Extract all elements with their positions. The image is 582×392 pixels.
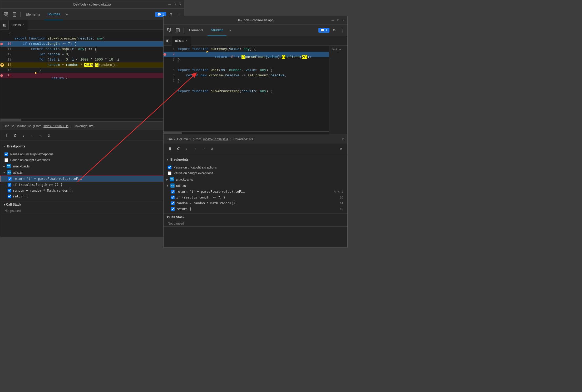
bp-item-2-2[interactable]: if (results.length >= 7) { 10 (164, 195, 347, 200)
devtools-window-1: DevTools - coffee-cart.app/ — □ ✕ Elemen… (0, 0, 184, 237)
more-tabs-2[interactable]: » (228, 28, 233, 32)
file-tabs-bar-2: ◧ utils.ts ✕ (164, 36, 347, 46)
call-stack-header-1[interactable]: ▼ Call Stack (0, 201, 184, 208)
file-tab-close-1[interactable]: ✕ (22, 23, 24, 26)
source-file-link-1[interactable]: index-73f73a80.js (43, 124, 68, 128)
deactivate-bp-btn-2[interactable]: ⊘ (208, 145, 216, 152)
utils-ts-icon-1: TS (7, 170, 11, 175)
more-tabs-1[interactable]: » (64, 12, 69, 16)
inspect-icon[interactable] (2, 11, 10, 18)
console-badge-2[interactable]: 💬 1 (318, 28, 329, 33)
code-line-16: 16 ▶ return { (0, 73, 184, 78)
bp-code-1-2: return '$' + parseFloat(value).toFi… (176, 190, 332, 193)
breakpoints-chevron-1: ▼ (3, 145, 6, 148)
bp-item-3-2[interactable]: random = random * Math.random(); 14 (164, 200, 347, 206)
breakpoints-section-2: ▼ Breakpoints Pause on uncaught exceptio… (164, 156, 347, 214)
device-icon-2[interactable] (174, 27, 181, 34)
file-tab-utils-1[interactable]: utils.ts ✕ (9, 20, 28, 30)
bp-group-snackbar-1[interactable]: ▶ TS snackbar.ts (0, 163, 184, 169)
sidebar-toggle-2[interactable]: ◧ (164, 36, 172, 46)
maximize-btn-1[interactable]: □ (173, 3, 177, 6)
file-tab-close-2[interactable]: ✕ (186, 39, 188, 42)
pause-caught-cb-1[interactable] (4, 158, 8, 162)
bp-ind-10 (0, 43, 4, 45)
h-scrollbar-2[interactable] (164, 131, 329, 135)
code-editor-container-2: 1 export function currency(value: any) {… (164, 46, 347, 135)
bp-delete-1-2[interactable]: ✕ (338, 190, 340, 193)
maximize-btn-2[interactable]: □ (336, 18, 340, 22)
minimize-btn-2[interactable]: — (331, 18, 335, 22)
pause-caught-cb-2[interactable] (168, 171, 171, 175)
minimize-btn-1[interactable]: — (168, 3, 171, 6)
bp-cb-2-1[interactable] (8, 183, 11, 187)
more-menu-btn-2[interactable]: ⋮ (339, 27, 345, 34)
step-out-btn-2[interactable]: ↑ (191, 145, 199, 152)
bp-group-utils-1[interactable]: ▼ TS utils.ts (0, 169, 184, 176)
code-line-2-2: 2 ▶ return '$' + ⬡parseFloat(value).⬡toF… (164, 52, 329, 57)
more-debug-btn-2[interactable]: » (337, 145, 345, 152)
breakpoints-header-1[interactable]: ▼ Breakpoints (0, 143, 184, 150)
svg-line-12 (167, 31, 171, 32)
snackbar-chevron-2: ▶ (166, 178, 168, 181)
status-extra-btn-2[interactable]: □ (342, 137, 344, 141)
bp-item-4-2[interactable]: return { 16 (164, 206, 347, 212)
sidebar-toggle-1[interactable]: ◧ (0, 20, 9, 30)
bp-code-4-1: return { (13, 195, 175, 198)
bp-cb-3-2[interactable] (171, 201, 175, 205)
pause-caught-label-2: Pause on caught exceptions (174, 171, 213, 175)
source-file-link-2[interactable]: index-73f73a80.js (203, 137, 228, 141)
bp-cb-3-1[interactable] (8, 189, 11, 192)
bp-cb-1-2[interactable] (171, 190, 175, 193)
bp-item-2-1[interactable]: if (results.length >= 7) { 10 (0, 182, 184, 188)
pause-uncaught-row-1: Pause on uncaught exceptions (0, 151, 184, 157)
deactivate-bp-btn-1[interactable]: ⊘ (45, 132, 52, 139)
h-scrollbar-thumb-1[interactable] (0, 119, 21, 121)
bp-item-3-1[interactable]: random = random * Math.random(); 14 (0, 188, 184, 193)
tab-sources-2[interactable]: Sources (208, 24, 226, 36)
settings-btn-2[interactable]: ⚙ (331, 27, 338, 34)
code-line-2-9: 9 export function slowProcessing(results… (164, 89, 329, 94)
bp-edit-1-2[interactable]: ✎ (334, 190, 336, 193)
step-into-btn-1[interactable]: ↓ (20, 132, 27, 139)
pause-resume-btn-2[interactable]: ⏸ (166, 145, 174, 152)
bp-cb-2-2[interactable] (171, 196, 175, 199)
step-btn-1[interactable]: → (37, 132, 44, 139)
step-btn-2[interactable]: → (200, 145, 207, 152)
h-scrollbar-1[interactable] (0, 118, 184, 121)
not-paused-right-2: Not pa… (332, 48, 344, 51)
code-editor-1: 8 export function slowProcessing(results… (0, 30, 184, 121)
close-btn-1[interactable]: ✕ (178, 3, 182, 6)
code-editor-split-2: 1 export function currency(value: any) {… (164, 46, 347, 135)
devtools-window-2: DevTools - coffee-cart.app/ — □ ✕ Elemen… (163, 16, 348, 247)
svg-rect-8 (167, 28, 169, 30)
code-line-9: export function slowProcessing(results: … (0, 36, 184, 41)
bp-item-1-1[interactable]: return '$' + parseFloat(value).toFi… ✎ ✕… (0, 176, 184, 182)
call-stack-header-2[interactable]: ▼ Call Stack (164, 214, 347, 221)
close-btn-2[interactable]: ✕ (342, 18, 345, 22)
file-tab-utils-2[interactable]: utils.ts ✕ (172, 36, 191, 46)
step-over-btn-2[interactable] (175, 145, 182, 152)
bp-item-1-2[interactable]: return '$' + parseFloat(value).toFi… ✎ ✕… (164, 189, 347, 195)
bp-group-utils-2[interactable]: ▼ TS utils.ts (164, 182, 347, 189)
step-into-btn-2[interactable]: ↓ (183, 145, 190, 152)
pause-resume-btn-1[interactable]: ⏸ (3, 132, 10, 139)
cursor-position-2: Line 2, Column 3 (167, 137, 191, 141)
tab-sources-1[interactable]: Sources (44, 9, 63, 20)
tab-elements-1[interactable]: Elements (23, 9, 43, 20)
bp-count-1-2: 2 (342, 190, 343, 193)
bp-cb-4-2[interactable] (171, 207, 175, 211)
breakpoints-header-2[interactable]: ▼ Breakpoints (164, 156, 347, 163)
device-icon[interactable] (11, 11, 18, 18)
bp-group-snackbar-2[interactable]: ▶ TS snackbar.ts (164, 176, 347, 182)
step-over-btn-1[interactable] (11, 132, 19, 139)
bp-cb-4-1[interactable] (8, 195, 11, 198)
tab-elements-2[interactable]: Elements (186, 24, 206, 36)
step-out-btn-1[interactable]: ↑ (28, 132, 36, 139)
pause-uncaught-cb-1[interactable] (4, 152, 8, 156)
bp-item-4-1[interactable]: return { 16 (0, 193, 184, 199)
bp-line-3-2: 14 (340, 202, 343, 205)
inspect-icon-2[interactable] (166, 27, 173, 34)
pause-uncaught-cb-2[interactable] (168, 166, 171, 169)
h-scrollbar-thumb-2[interactable] (164, 132, 182, 134)
bp-cb-1-1[interactable] (8, 177, 12, 181)
